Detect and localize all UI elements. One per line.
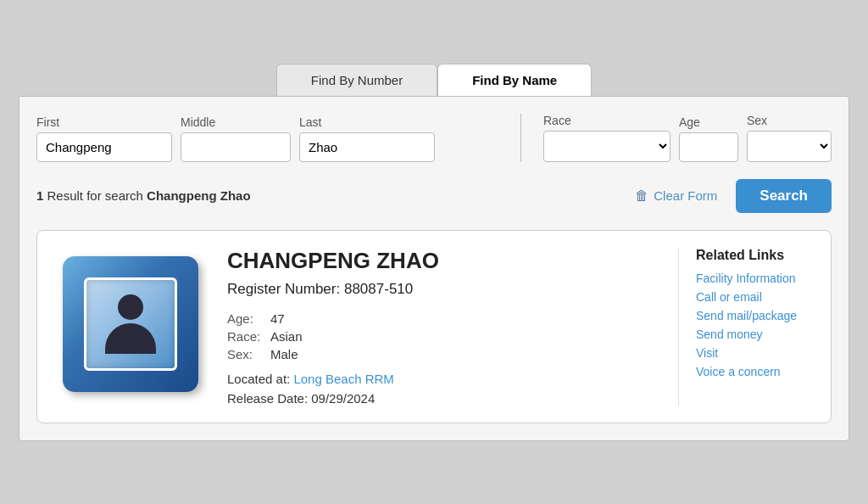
silhouette-head xyxy=(118,294,143,320)
trash-icon: 🗑 xyxy=(635,188,648,204)
tab-find-by-name[interactable]: Find By Name xyxy=(437,64,592,96)
sex-label: Sex xyxy=(747,114,832,127)
last-name-input[interactable] xyxy=(299,132,435,162)
clear-form-label: Clear Form xyxy=(654,188,717,203)
person-silhouette xyxy=(101,294,160,354)
location-row: Located at: Long Beach RRM xyxy=(227,372,658,386)
result-card: CHANGPENG ZHAO Register Number: 88087-51… xyxy=(36,230,832,423)
register-number: Register Number: 88087-510 xyxy=(227,281,658,298)
form-right: Race Asian Black White Hispanic Age Sex xyxy=(543,114,832,162)
age-detail-row: Age: 47 xyxy=(227,311,658,326)
related-link-facility[interactable]: Facility Information xyxy=(696,272,814,285)
register-number-value: 88087-510 xyxy=(344,281,413,297)
middle-label: Middle xyxy=(181,115,291,129)
sex-group: Sex Male Female xyxy=(747,114,832,162)
race-label: Race xyxy=(543,114,670,127)
results-bar: 1 Result for search Changpeng Zhao 🗑 Cle… xyxy=(36,176,832,216)
last-label: Last xyxy=(299,115,435,129)
race-detail-row: Race: Asian xyxy=(227,329,658,344)
related-link-concern[interactable]: Voice a concern xyxy=(696,365,814,378)
age-detail-value: 47 xyxy=(270,311,285,326)
related-links-title: Related Links xyxy=(696,248,814,263)
content-box: First Middle Last Race Asi xyxy=(19,96,849,441)
related-link-visit[interactable]: Visit xyxy=(696,346,814,360)
related-link-send-mail[interactable]: Send mail/package xyxy=(696,309,814,322)
race-group: Race Asian Black White Hispanic xyxy=(543,114,670,162)
register-number-label: Register Number: xyxy=(227,281,340,297)
form-left: First Middle Last xyxy=(36,115,498,162)
age-detail-label: Age: xyxy=(227,311,265,326)
form-divider xyxy=(520,114,521,162)
info-section: CHANGPENG ZHAO Register Number: 88087-51… xyxy=(227,248,658,406)
results-label: Result for search xyxy=(47,188,147,203)
search-button[interactable]: Search xyxy=(736,179,832,213)
photo-icon xyxy=(63,256,198,392)
results-actions: 🗑 Clear Form Search xyxy=(626,179,832,213)
results-text: 1 Result for search Changpeng Zhao xyxy=(36,188,251,203)
first-name-group: First xyxy=(36,115,172,162)
middle-name-group: Middle xyxy=(181,115,291,162)
age-input[interactable] xyxy=(679,132,738,162)
search-form: First Middle Last Race Asi xyxy=(36,114,832,162)
race-detail-label: Race: xyxy=(227,329,265,344)
silhouette-body xyxy=(105,323,156,354)
photo-frame xyxy=(84,277,177,371)
first-label: First xyxy=(36,115,172,129)
tabs: Find By Number Find By Name xyxy=(19,64,849,96)
release-date-value: 09/29/2024 xyxy=(311,391,375,406)
inmate-name: CHANGPENG ZHAO xyxy=(227,248,658,274)
location-label: Located at: xyxy=(227,372,290,386)
race-select[interactable]: Asian Black White Hispanic xyxy=(543,131,670,162)
results-search-name: Changpeng Zhao xyxy=(147,188,251,203)
release-date-row: Release Date: 09/29/2024 xyxy=(227,391,658,406)
race-detail-value: Asian xyxy=(270,329,303,344)
tab-find-by-number[interactable]: Find By Number xyxy=(276,64,437,96)
clear-form-button[interactable]: 🗑 Clear Form xyxy=(626,183,726,209)
sex-select[interactable]: Male Female xyxy=(747,131,832,162)
age-group: Age xyxy=(679,115,738,162)
results-count: 1 xyxy=(36,188,43,203)
sex-detail-value: Male xyxy=(270,347,298,361)
sex-detail-label: Sex: xyxy=(227,347,265,361)
related-link-send-money[interactable]: Send money xyxy=(696,328,814,341)
middle-name-input[interactable] xyxy=(181,132,291,162)
sex-detail-row: Sex: Male xyxy=(227,347,658,361)
location-link[interactable]: Long Beach RRM xyxy=(293,372,393,386)
release-date-label: Release Date: xyxy=(227,391,308,406)
related-link-call-email[interactable]: Call or email xyxy=(696,290,814,304)
last-name-group: Last xyxy=(299,115,435,162)
first-name-input[interactable] xyxy=(36,132,172,162)
age-label: Age xyxy=(679,115,738,129)
main-container: Find By Number Find By Name First Middle… xyxy=(10,55,858,450)
avatar-box xyxy=(54,248,207,400)
related-links-box: Related Links Facility Information Call … xyxy=(678,248,814,406)
